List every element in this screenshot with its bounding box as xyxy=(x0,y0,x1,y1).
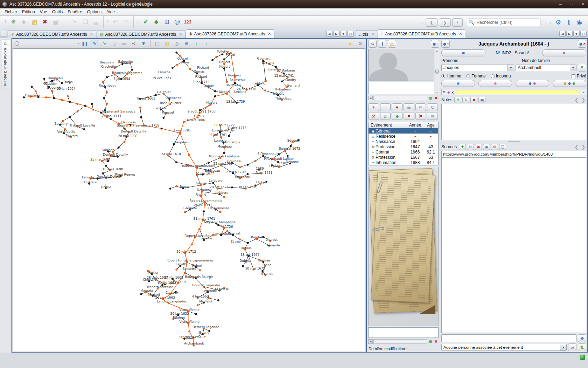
baptism-icon[interactable]: ≈ xyxy=(380,103,391,111)
expand-icon[interactable]: ▣ xyxy=(478,97,485,103)
calculator-icon[interactable]: ⊞ xyxy=(162,17,171,26)
sex-radio-homme[interactable]: Homme xyxy=(441,74,461,79)
import-person-icon[interactable]: ↓ xyxy=(192,40,200,47)
cut-icon[interactable]: ✂ xyxy=(70,17,79,26)
delete-person-button[interactable]: ☻✖ xyxy=(578,40,586,48)
close-tab-icon[interactable]: ✕ xyxy=(268,32,271,36)
web-icon[interactable]: ⊕ xyxy=(183,40,190,47)
search-input[interactable] xyxy=(477,20,539,25)
families-tree-row[interactable]: ▼ ☻ x ▲ xyxy=(441,89,586,95)
add-daughter-button[interactable]: ☻ xyxy=(478,80,512,87)
view-tab[interactable]: ...tris✕ xyxy=(356,30,377,38)
source-text-area[interactable] xyxy=(441,157,586,333)
photo-horizontal-scrollbar[interactable] xyxy=(373,96,427,100)
retirement-icon[interactable]: ⚑ xyxy=(415,112,426,120)
warning-icon[interactable]: ⚠ xyxy=(388,40,396,48)
name-comment-button[interactable]: ❝ xyxy=(578,64,586,71)
validate-check-icon[interactable]: ✔ xyxy=(141,17,150,26)
redo-icon[interactable]: ↷ xyxy=(121,17,131,26)
close-tab-icon[interactable]: ✕ xyxy=(459,32,462,36)
association-edit-icon[interactable]: ⇅ xyxy=(578,343,586,351)
previous-source-icon[interactable]: ❮ xyxy=(574,144,579,150)
add-media-grid-icon[interactable]: ▦ xyxy=(428,339,433,344)
info-icon[interactable]: ℹ xyxy=(564,18,573,27)
view-tab[interactable]: ❋Asc.837326.GEDCOM7.utf8 Ancestris✕ xyxy=(186,29,274,38)
maximize-view-icon[interactable]: ▢ xyxy=(580,31,587,37)
association-link-icon[interactable]: ∞ xyxy=(568,343,576,351)
trees-icon[interactable]: ♣ xyxy=(152,17,161,26)
numbers-123-icon[interactable]: 123 xyxy=(183,17,192,26)
add-son-button[interactable]: ☻ xyxy=(441,80,475,87)
photo-vertical-scrollbar[interactable]: ▲ ▼ xyxy=(435,49,439,94)
firstname-combobox[interactable]: Jacques▼ xyxy=(441,64,514,71)
add-media-person-icon[interactable]: ☻+ xyxy=(431,40,439,48)
pencil-icon[interactable]: ✎ xyxy=(91,40,98,47)
marriage-icon[interactable]: ♥ xyxy=(392,103,402,111)
refresh-icon[interactable]: ↻ xyxy=(467,144,474,150)
maximize-button[interactable]: ▢ xyxy=(568,2,575,7)
add-icon[interactable]: ✚ xyxy=(459,144,466,150)
event-row-naissance[interactable]: ✶Naissance1604- xyxy=(369,139,438,144)
ghost-icon[interactable]: ⬯ xyxy=(110,40,118,47)
emigration-icon[interactable]: ♣ xyxy=(392,112,402,120)
next-note-icon[interactable]: ❯ xyxy=(581,97,586,103)
add-media-grid-icon[interactable]: ▦ xyxy=(428,96,433,101)
scroll-up-icon[interactable]: ▲ xyxy=(436,49,438,52)
father-button[interactable]: ☻ xyxy=(441,49,485,56)
sticky-icon[interactable]: ▢ xyxy=(153,40,161,47)
media-caption-field[interactable] xyxy=(368,327,439,338)
media-viewer[interactable] xyxy=(368,167,439,326)
chevron-down-icon[interactable]: ▼ xyxy=(570,64,576,71)
forward-button[interactable]: ❯ xyxy=(439,18,451,27)
maximize-view-icon[interactable]: ▢ xyxy=(347,31,354,37)
filter-icon[interactable]: ▼ xyxy=(140,40,147,47)
event-row-résidence[interactable]: ⌂Résidence-- xyxy=(369,134,438,139)
source-url-row[interactable]: https://www.prdh-igd.com/Membership/fr/P… xyxy=(441,151,586,157)
new-sprout-icon[interactable]: ✳ xyxy=(9,17,18,26)
search-icon[interactable]: 🔍▾ xyxy=(469,20,476,25)
refresh-icon[interactable]: ↻ xyxy=(427,103,438,111)
add-family-button[interactable]: ☻☻☻ xyxy=(553,80,586,87)
link-icon[interactable]: ∞ xyxy=(120,40,128,47)
import-icon[interactable]: ↓ xyxy=(202,40,210,47)
collapse-icon[interactable]: ▼ xyxy=(442,90,446,94)
remove-media-icon[interactable]: ✖ xyxy=(434,339,439,344)
copy-icon[interactable]: ❏ xyxy=(499,144,506,150)
lastname-combobox[interactable]: Archambault▼ xyxy=(516,64,576,71)
death-icon[interactable]: ☠ xyxy=(404,103,414,111)
close-tab-icon[interactable]: ✕ xyxy=(90,32,93,36)
family-tree-icon[interactable]: ♣ xyxy=(19,17,28,26)
menu-fenêtre[interactable]: Fenêtre xyxy=(65,9,84,15)
scroll-right-icon[interactable]: ▶ xyxy=(566,31,573,37)
tab-list-icon[interactable]: ▼ xyxy=(573,31,580,37)
pause-icon[interactable]: ❚❚ xyxy=(81,40,89,47)
residence-icon[interactable]: ⌂ xyxy=(380,112,391,120)
add-spouse-button[interactable]: ☻☻ xyxy=(516,80,549,87)
remove-media-icon[interactable]: ✖ xyxy=(434,96,439,101)
minimize-button[interactable]: ─ xyxy=(557,2,564,7)
zoom-slider[interactable] xyxy=(14,41,79,46)
genealogy-graph[interactable]: PelletierForcetBeauvaisSabourierCrocheti… xyxy=(13,49,365,351)
view-tab[interactable]: ◍Asc.837326.GEDCOM7.utf8 Ancestris✕ xyxy=(97,30,185,38)
add-person-button[interactable]: ☻+ xyxy=(441,40,450,48)
burial-icon[interactable]: ⚰ xyxy=(415,103,426,111)
copy-icon[interactable]: ❏ xyxy=(81,17,90,26)
scroll-up-icon[interactable]: ▲ xyxy=(582,91,585,94)
save-disabled-icon[interactable]: ▣ xyxy=(51,17,60,26)
mother-button[interactable]: ☻ xyxy=(542,49,586,56)
delete-icon[interactable]: ✖ xyxy=(427,112,438,120)
notes-textarea[interactable] xyxy=(441,104,586,140)
private-checkbox[interactable]: Privé xyxy=(572,74,586,79)
view-tab[interactable]: ✳Asc.837326.GEDCOM7.utf8 Ancestris✕ xyxy=(8,30,96,38)
scroll-left-icon[interactable]: ◀ xyxy=(326,31,332,37)
media-chooser-button[interactable]: ❖ xyxy=(578,334,586,342)
gear-icon[interactable]: ⚙ xyxy=(356,40,364,47)
link-icon[interactable]: ∞ xyxy=(368,40,377,48)
splitter-handle[interactable] xyxy=(441,140,586,142)
menu-outils[interactable]: Outils xyxy=(50,9,65,15)
chevron-down-icon[interactable]: ▼ xyxy=(507,64,514,71)
settings-gear-icon[interactable]: ⚙ xyxy=(554,18,563,27)
sex-radio-inconnu[interactable]: Inconnu xyxy=(491,74,511,79)
share-icon[interactable]: ≺ xyxy=(130,40,138,47)
scroll-down-icon[interactable]: ▼ xyxy=(436,91,438,94)
